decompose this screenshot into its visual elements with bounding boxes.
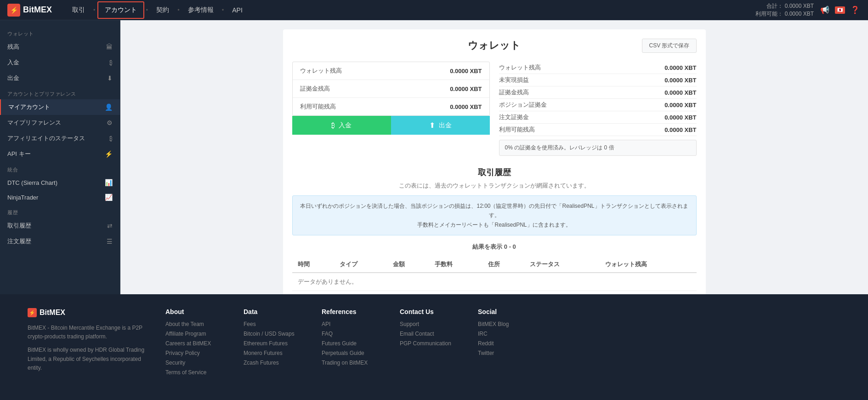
footer-blog[interactable]: BitMEX Blog: [478, 321, 538, 327]
download-icon: ⬇: [107, 74, 113, 82]
nav-account[interactable]: アカウント: [97, 1, 144, 19]
footer-col-about: About About the Team Affiliate Program C…: [165, 308, 225, 379]
sidebar-item-withdraw[interactable]: 出金 ⬇: [0, 70, 120, 86]
user-icon: 👤: [105, 103, 113, 111]
footer-xmr-futures[interactable]: Monero Futures: [244, 350, 303, 356]
footer-data-title: Data: [244, 308, 303, 315]
sidebar-item-myaccount[interactable]: マイアカウント 👤: [0, 99, 120, 115]
col-balance: ウォレット残高: [600, 257, 697, 273]
graph-icon: 📈: [105, 194, 113, 201]
footer-faq[interactable]: FAQ: [322, 331, 381, 337]
sidebar-item-dtc[interactable]: DTC (Sierra Chart) 📊: [0, 175, 120, 190]
footer-api[interactable]: API: [322, 321, 381, 327]
col-amount: 金額: [387, 257, 430, 273]
bitcoin-icon: ₿: [109, 59, 113, 66]
footer-brand: ⚡ BitMEX BitMEX - Bitcoin Mercantile Exc…: [28, 308, 147, 379]
footer-email-contact[interactable]: Email Contact: [400, 331, 460, 337]
help-icon[interactable]: ❓: [850, 5, 861, 16]
logo-text: BitMEX: [23, 5, 52, 15]
footer-zec-futures[interactable]: Zcash Futures: [244, 360, 303, 366]
nav-trading[interactable]: 取引: [66, 2, 91, 18]
col-address: 住所: [482, 257, 525, 273]
balance-grid: ウォレット残高 0.0000 XBT 証拠金残高 0.0000 XBT 利用可能…: [292, 62, 697, 156]
right-balance-unrealized: 未実現損益 0.0000 XBT: [499, 74, 697, 86]
nav-api[interactable]: API: [226, 3, 249, 17]
sidebar-item-api[interactable]: API キー ⚡: [0, 146, 120, 162]
footer-affiliate-program[interactable]: Affiliate Program: [165, 331, 225, 337]
footer-pgp[interactable]: PGP Communication: [400, 340, 460, 347]
announcement-icon[interactable]: 📢: [819, 5, 830, 16]
history-section: 取引履歴 この表には、過去のウォレットトランザクションが網羅されています。 本日…: [292, 167, 697, 291]
footer-about-title: About: [165, 308, 225, 315]
no-data-cell: データがありません。: [292, 273, 697, 291]
header-right: 合計： 0.0000 XBT 利用可能： 0.0000 XBT 📢 🇯🇵 ❓: [755, 2, 861, 18]
sidebar-item-preferences-label: マイプリファレンス: [7, 119, 61, 127]
bitcoin-deposit-icon: ₿: [331, 121, 335, 130]
footer-twitter[interactable]: Twitter: [478, 350, 538, 356]
footer-fees[interactable]: Fees: [244, 321, 303, 327]
deposit-button[interactable]: ₿ 入金: [292, 116, 391, 135]
balance-left-panel: ウォレット残高 0.0000 XBT 証拠金残高 0.0000 XBT 利用可能…: [292, 62, 490, 156]
balance-row-margin: 証拠金残高 0.0000 XBT: [293, 80, 489, 98]
csv-button[interactable]: CSV 形式で保存: [642, 39, 696, 53]
footer-security[interactable]: Security: [165, 360, 225, 366]
footer-col-data: Data Fees Bitcoin / USD Swaps Ethereum F…: [244, 308, 303, 379]
footer-reddit[interactable]: Reddit: [478, 340, 538, 347]
header-icons: 📢 🇯🇵 ❓: [819, 5, 861, 16]
affiliate-icon: ₿: [109, 135, 113, 142]
withdraw-button[interactable]: ⬆ 出金: [391, 116, 490, 135]
footer-btc-usd[interactable]: Bitcoin / USD Swaps: [244, 331, 303, 337]
sidebar-item-myaccount-label: マイアカウント: [8, 103, 50, 111]
col-time: 時間: [292, 257, 335, 273]
logo[interactable]: ⚡ BitMEX: [7, 4, 52, 17]
history-notice: 本日いずれかのポジションを決済した場合、当該ポジションの損益は、12:00（協定…: [292, 195, 697, 235]
footer-about-team[interactable]: About the Team: [165, 321, 225, 327]
col-type: タイプ: [334, 257, 387, 273]
sidebar-item-preferences[interactable]: マイプリファレンス ⚙: [0, 115, 120, 131]
nav-contract[interactable]: 契約: [150, 2, 176, 18]
sidebar-item-affiliate-label: アフィリエイトのステータス: [7, 134, 85, 143]
history-subtitle: この表には、過去のウォレットトランザクションが網羅されています。: [292, 182, 697, 190]
sidebar: ウォレット 残高 🏛 入金 ₿ 出金 ⬇ アカウントとプリファレンス マイアカウ…: [0, 20, 120, 294]
language-flag[interactable]: 🇯🇵: [835, 6, 845, 14]
wallet-header: ウォレット CSV 形式で保存: [292, 39, 697, 52]
footer-social-title: Social: [478, 308, 538, 315]
sidebar-item-ninja-label: NinjaTrader: [7, 194, 38, 201]
balance-right-panel: ウォレット残高 0.0000 XBT 未実現損益 0.0000 XBT 証拠金残…: [499, 62, 697, 156]
sidebar-item-order-history[interactable]: 注文履歴 ☰: [0, 234, 120, 249]
footer-perpetuals-guide[interactable]: Perpetuals Guide: [322, 350, 381, 356]
leverage-info: 0% の証拠金を使用済み。レバレッジは 0 倍: [499, 140, 697, 156]
action-row: ₿ 入金 ⬆ 出金: [292, 116, 490, 135]
header-balances: 合計： 0.0000 XBT 利用可能： 0.0000 XBT: [755, 2, 814, 18]
right-balance-order: 注文証拠金 0.0000 XBT: [499, 111, 697, 124]
sidebar-item-order-history-label: 注文履歴: [7, 237, 31, 246]
balance-row-available: 利用可能残高 0.0000 XBT: [293, 98, 489, 115]
main-nav: 取引 • アカウント • 契約 • 参考情報 • API: [66, 1, 755, 19]
footer-eth-futures[interactable]: Ethereum Futures: [244, 340, 303, 347]
footer-cols: About About the Team Affiliate Program C…: [165, 308, 840, 379]
sidebar-item-deposit[interactable]: 入金 ₿: [0, 55, 120, 70]
footer-col-references: References API FAQ Futures Guide Perpetu…: [322, 308, 381, 379]
summary-section-title: 統合: [0, 162, 120, 175]
footer-privacy[interactable]: Privacy Policy: [165, 350, 225, 356]
footer-references-title: References: [322, 308, 381, 315]
footer-logo-text: BitMEX: [40, 309, 65, 317]
main-content: ウォレット CSV 形式で保存 ウォレット残高 0.0000 XBT 証拠金残高…: [120, 20, 868, 294]
sidebar-item-affiliate[interactable]: アフィリエイトのステータス ₿: [0, 131, 120, 146]
footer: ⚡ BitMEX BitMEX - Bitcoin Mercantile Exc…: [0, 294, 868, 393]
footer-trading-on-bitmex[interactable]: Trading on BitMEX: [322, 360, 381, 366]
footer-terms[interactable]: Terms of Service: [165, 369, 225, 376]
account-section-title: アカウントとプリファレンス: [0, 86, 120, 99]
footer-irc[interactable]: IRC: [478, 331, 538, 337]
footer-futures-guide[interactable]: Futures Guide: [322, 340, 381, 347]
sidebar-item-ninjatrader[interactable]: NinjaTrader 📈: [0, 190, 120, 205]
footer-support[interactable]: Support: [400, 321, 460, 327]
sidebar-item-trade-history-label: 取引履歴: [7, 222, 31, 230]
footer-careers[interactable]: Careers at BitMEX: [165, 340, 225, 347]
sidebar-item-balance[interactable]: 残高 🏛: [0, 39, 120, 55]
footer-col-contact: Contact Us Support Email Contact PGP Com…: [400, 308, 460, 379]
bank-icon: 🏛: [106, 43, 113, 51]
logo-icon: ⚡: [7, 4, 20, 17]
nav-references[interactable]: 参考情報: [182, 2, 220, 18]
sidebar-item-trade-history[interactable]: 取引履歴 ⇄: [0, 218, 120, 234]
